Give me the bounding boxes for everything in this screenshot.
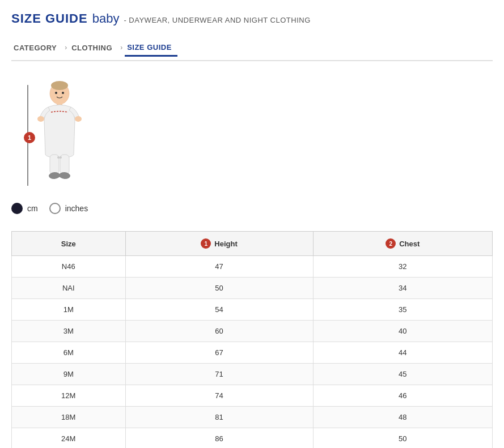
baby-figure — [34, 81, 85, 187]
table-row: 18M8148 — [12, 407, 493, 428]
table-row: N464732 — [12, 256, 493, 278]
breadcrumb-sep-1: › — [65, 44, 67, 52]
cell-chest: 32 — [313, 256, 492, 278]
svg-point-5 — [37, 116, 44, 122]
breadcrumb-sep-2: › — [120, 44, 122, 52]
cell-chest: 44 — [313, 342, 492, 364]
cell-size: 18M — [12, 407, 126, 428]
breadcrumb-clothing[interactable]: CLOTHING — [69, 40, 118, 56]
cell-chest: 34 — [313, 278, 492, 299]
cell-height: 54 — [125, 299, 313, 321]
height-col-badge: 1 — [201, 238, 211, 249]
size-table: Size 1 Height 2 Chest N464732NAI50341M54… — [11, 231, 493, 448]
cell-size: NAI — [12, 278, 126, 299]
cell-size: 3M — [12, 321, 126, 342]
breadcrumb-size-guide: SIZE GUIDE — [125, 40, 177, 57]
table-row: 9M7145 — [12, 364, 493, 385]
inches-label: inches — [65, 204, 88, 213]
svg-point-3 — [62, 92, 64, 94]
cell-chest: 48 — [313, 407, 492, 428]
cell-height: 60 — [125, 321, 313, 342]
table-row: NAI5034 — [12, 278, 493, 299]
cell-height: 67 — [125, 342, 313, 364]
table-body: N464732NAI50341M54353M60406M67449M714512… — [12, 256, 493, 449]
cell-chest: 40 — [313, 321, 492, 342]
inches-option[interactable]: inches — [49, 203, 88, 214]
height-badge-indicator: 1 — [24, 132, 35, 143]
subtitle: - DAYWEAR, UNDERWEAR AND NIGHT CLOTHING — [124, 16, 310, 24]
cell-chest: 50 — [313, 428, 492, 449]
svg-point-1 — [51, 81, 68, 90]
cell-height: 74 — [125, 385, 313, 407]
baby-title: baby — [92, 11, 120, 26]
cell-size: 24M — [12, 428, 126, 449]
header-row: Size 1 Height 2 Chest — [12, 232, 493, 256]
col-header-height: 1 Height — [125, 232, 313, 256]
cell-chest: 45 — [313, 364, 492, 385]
svg-point-11 — [57, 156, 60, 159]
cell-height: 50 — [125, 278, 313, 299]
chest-col-badge: 2 — [386, 238, 396, 249]
unit-selector: cm inches — [11, 203, 493, 214]
cell-height: 47 — [125, 256, 313, 278]
col-header-chest: 2 Chest — [313, 232, 492, 256]
inches-radio[interactable] — [49, 203, 61, 214]
svg-point-12 — [60, 156, 62, 159]
cm-option[interactable]: cm — [11, 203, 38, 214]
table-header: Size 1 Height 2 Chest — [12, 232, 493, 256]
cell-height: 81 — [125, 407, 313, 428]
cell-size: 6M — [12, 342, 126, 364]
breadcrumb: CATEGORY › CLOTHING › SIZE GUIDE — [11, 35, 493, 61]
table-row: 1M5435 — [12, 299, 493, 321]
cell-height: 86 — [125, 428, 313, 449]
table-row: 6M6744 — [12, 342, 493, 364]
svg-point-6 — [75, 116, 82, 122]
table-row: 24M8650 — [12, 428, 493, 449]
figure-area: 1 2 — [11, 78, 493, 191]
cm-radio[interactable] — [11, 203, 23, 214]
cell-size: 9M — [12, 364, 126, 385]
cm-label: cm — [27, 204, 38, 213]
col-header-size: Size — [12, 232, 126, 256]
cell-chest: 46 — [313, 385, 492, 407]
table-row: 12M7446 — [12, 385, 493, 407]
cell-size: N46 — [12, 256, 126, 278]
page-title-area: SIZE GUIDE baby - DAYWEAR, UNDERWEAR AND… — [11, 11, 493, 26]
page-wrapper: SIZE GUIDE baby - DAYWEAR, UNDERWEAR AND… — [0, 0, 504, 448]
cell-size: 1M — [12, 299, 126, 321]
cell-height: 71 — [125, 364, 313, 385]
breadcrumb-category[interactable]: CATEGORY — [11, 40, 62, 56]
size-guide-title: SIZE GUIDE — [11, 11, 88, 26]
svg-point-2 — [55, 92, 57, 94]
cell-chest: 35 — [313, 299, 492, 321]
cell-size: 12M — [12, 385, 126, 407]
figure-container: 1 2 — [11, 78, 102, 191]
table-row: 3M6040 — [12, 321, 493, 342]
